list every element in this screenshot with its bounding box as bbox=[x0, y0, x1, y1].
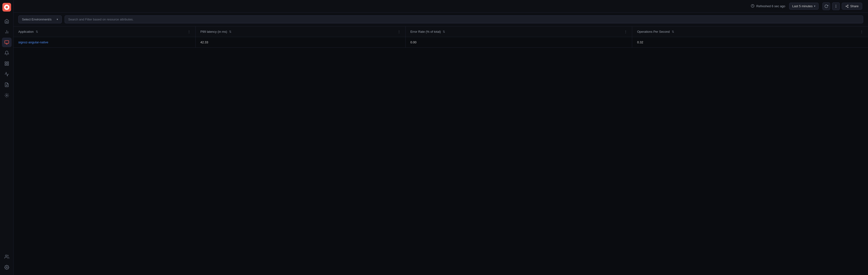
search-input[interactable] bbox=[68, 18, 860, 21]
resize-ops-icon[interactable]: ⋮ bbox=[860, 30, 863, 33]
refresh-info: Refreshed 6 sec ago bbox=[751, 4, 785, 8]
resize-p99-icon[interactable]: ⋮ bbox=[398, 30, 401, 33]
sidebar-item-alerts[interactable] bbox=[2, 48, 11, 58]
sort-error-icon[interactable]: ⇅ bbox=[443, 30, 445, 33]
svg-point-20 bbox=[846, 6, 847, 7]
svg-point-21 bbox=[847, 7, 848, 8]
share-button[interactable]: Share bbox=[842, 3, 862, 10]
sidebar-item-dashboards[interactable] bbox=[2, 59, 11, 68]
col-ops-label: Operations Per Second bbox=[637, 30, 670, 33]
table-header-row: Application ⇅ ⋮ P99 latency (in ms) ⇅ ⋮ bbox=[13, 27, 868, 37]
svg-point-19 bbox=[847, 5, 848, 6]
app-container: Refreshed 6 sec ago Last 5 minutes ▾ bbox=[0, 0, 868, 275]
svg-point-14 bbox=[6, 267, 7, 268]
resize-application-icon[interactable]: ⋮ bbox=[188, 30, 190, 33]
cell-ops-per-second: 0.32 bbox=[632, 37, 868, 48]
sidebar bbox=[0, 0, 13, 275]
time-range-selector[interactable]: Last 5 minutes ▾ bbox=[789, 3, 819, 10]
sidebar-item-home[interactable] bbox=[2, 16, 11, 26]
sidebar-item-users[interactable] bbox=[2, 252, 11, 262]
environment-selector[interactable]: Select Environment/s ▾ bbox=[18, 15, 62, 23]
cell-error-rate: 0.00 bbox=[405, 37, 632, 48]
chevron-down-icon: ▾ bbox=[814, 5, 815, 8]
search-filter bbox=[65, 15, 863, 23]
sidebar-item-settings[interactable] bbox=[2, 263, 11, 272]
col-error-rate-label: Error Rate (% of total) bbox=[410, 30, 441, 33]
col-ops-per-second: Operations Per Second ⇅ ⋮ bbox=[632, 27, 868, 37]
svg-rect-7 bbox=[7, 62, 8, 63]
col-application: Application ⇅ ⋮ bbox=[13, 27, 195, 37]
env-placeholder: Select Environment/s bbox=[22, 18, 52, 21]
more-options-button[interactable] bbox=[832, 2, 840, 10]
svg-point-16 bbox=[836, 5, 836, 5]
services-table: Application ⇅ ⋮ P99 latency (in ms) ⇅ ⋮ bbox=[13, 27, 868, 48]
col-p99-latency-label: P99 latency (in ms) bbox=[200, 30, 227, 33]
resize-error-icon[interactable]: ⋮ bbox=[624, 30, 627, 33]
svg-point-13 bbox=[5, 255, 7, 257]
sort-application-icon[interactable]: ⇅ bbox=[36, 30, 38, 33]
col-p99-latency: P99 latency (in ms) ⇅ ⋮ bbox=[195, 27, 405, 37]
svg-line-23 bbox=[846, 5, 847, 6]
time-range-label: Last 5 minutes bbox=[792, 4, 813, 8]
table-container: Application ⇅ ⋮ P99 latency (in ms) ⇅ ⋮ bbox=[13, 27, 868, 275]
logo-icon bbox=[4, 5, 9, 10]
top-bar: Refreshed 6 sec ago Last 5 minutes ▾ bbox=[13, 0, 868, 12]
sidebar-item-analytics[interactable] bbox=[2, 27, 11, 37]
sidebar-item-integrations[interactable] bbox=[2, 91, 11, 100]
sidebar-logo[interactable] bbox=[2, 3, 11, 11]
cell-application: signoz-angular-native bbox=[13, 37, 195, 48]
refresh-label: Refreshed 6 sec ago bbox=[756, 4, 785, 8]
cell-p99-latency: 42.33 bbox=[195, 37, 405, 48]
svg-rect-3 bbox=[5, 41, 9, 43]
application-link[interactable]: signoz-angular-native bbox=[18, 40, 48, 44]
svg-rect-6 bbox=[5, 62, 6, 63]
svg-line-22 bbox=[846, 6, 847, 7]
chevron-down-icon: ▾ bbox=[57, 18, 58, 21]
top-bar-actions: Share bbox=[823, 2, 862, 10]
col-error-rate: Error Rate (% of total) ⇅ ⋮ bbox=[405, 27, 632, 37]
svg-rect-9 bbox=[7, 64, 8, 66]
refresh-button[interactable] bbox=[823, 2, 830, 10]
svg-point-18 bbox=[836, 7, 836, 7]
sort-ops-icon[interactable]: ⇅ bbox=[672, 30, 674, 33]
clock-icon bbox=[751, 4, 754, 8]
sidebar-item-services[interactable] bbox=[2, 38, 11, 47]
svg-rect-8 bbox=[5, 64, 6, 66]
col-application-label: Application bbox=[18, 30, 34, 33]
svg-point-17 bbox=[836, 6, 836, 6]
table-row: signoz-angular-native 42.33 0.00 0.32 bbox=[13, 37, 868, 48]
share-label: Share bbox=[850, 4, 859, 8]
filter-bar: Select Environment/s ▾ bbox=[13, 12, 868, 27]
sort-p99-icon[interactable]: ⇅ bbox=[229, 30, 231, 33]
sidebar-item-logs[interactable] bbox=[2, 80, 11, 90]
svg-point-12 bbox=[6, 95, 7, 96]
main-content: Refreshed 6 sec ago Last 5 minutes ▾ bbox=[13, 0, 868, 275]
sidebar-item-traces[interactable] bbox=[2, 69, 11, 79]
